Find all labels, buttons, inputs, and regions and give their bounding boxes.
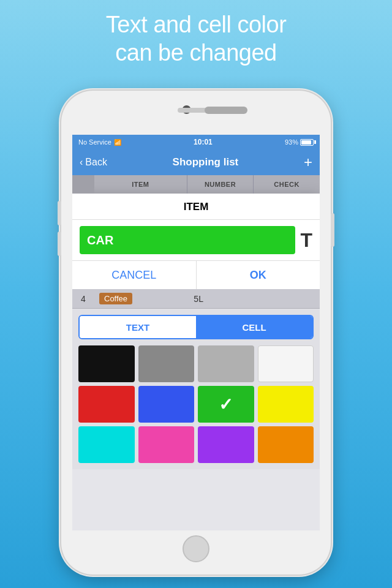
- color-grid: ✓: [78, 345, 314, 463]
- color-swatch[interactable]: [138, 426, 195, 463]
- th-number: NUMBER: [187, 175, 254, 194]
- vol-down-button[interactable]: [58, 232, 61, 256]
- color-swatch[interactable]: [78, 386, 135, 423]
- carrier-label: No Service: [78, 138, 111, 146]
- power-button[interactable]: [331, 213, 334, 247]
- color-swatch[interactable]: [198, 345, 254, 382]
- item-input[interactable]: [80, 226, 295, 254]
- row-quantity: 5L: [189, 289, 259, 308]
- color-swatch[interactable]: [138, 345, 195, 382]
- th-item: ITEM: [94, 175, 187, 194]
- row-check: [259, 289, 320, 308]
- color-swatch[interactable]: [258, 386, 314, 423]
- ok-button[interactable]: OK: [197, 261, 320, 289]
- back-label: Back: [85, 157, 107, 168]
- phone-shell: No Service 📶 10:01 93% ‹ Back Shopping l…: [61, 91, 331, 575]
- time-display: 10:01: [194, 138, 213, 146]
- row-number: 4: [72, 289, 94, 308]
- th-check: CHECK: [254, 175, 320, 194]
- earpiece: [205, 107, 247, 114]
- color-swatch[interactable]: [78, 426, 135, 463]
- battery-icon: [300, 139, 314, 146]
- nav-title: Shopping list: [173, 156, 239, 168]
- vol-up-button[interactable]: [58, 201, 61, 225]
- table-row: 4 Coffee 5L: [72, 289, 320, 309]
- nav-bar: ‹ Back Shopping list +: [72, 149, 320, 175]
- table-header: ITEM NUMBER CHECK: [72, 175, 320, 194]
- back-button[interactable]: ‹ Back: [80, 157, 107, 168]
- color-tabs: TEXT CELL: [78, 315, 314, 339]
- screen: No Service 📶 10:01 93% ‹ Back Shopping l…: [72, 135, 320, 530]
- color-swatch[interactable]: [258, 426, 314, 463]
- home-button[interactable]: [183, 535, 209, 562]
- color-swatch[interactable]: [138, 386, 195, 423]
- dialog-actions: CANCEL OK: [72, 261, 320, 289]
- color-swatch[interactable]: ✓: [198, 386, 254, 423]
- add-button[interactable]: +: [304, 154, 312, 171]
- item-dialog: ITEM T CANCEL OK: [72, 194, 320, 289]
- tab-text[interactable]: TEXT: [80, 316, 196, 338]
- color-picker: TEXT CELL ✓: [72, 309, 320, 469]
- dialog-body: T: [72, 220, 320, 261]
- item-badge: Coffee: [99, 293, 132, 304]
- text-format-button[interactable]: T: [300, 230, 312, 250]
- battery-percent: 93%: [285, 138, 298, 146]
- th-num-spacer: [72, 175, 94, 194]
- color-swatch[interactable]: [198, 426, 254, 463]
- cancel-button[interactable]: CANCEL: [72, 261, 197, 289]
- dialog-title: ITEM: [72, 194, 320, 220]
- color-swatch[interactable]: [78, 345, 135, 382]
- tab-cell[interactable]: CELL: [196, 316, 312, 338]
- row-item: Coffee: [94, 289, 189, 308]
- status-bar: No Service 📶 10:01 93%: [72, 135, 320, 149]
- color-swatch[interactable]: [258, 345, 314, 382]
- wifi-icon: 📶: [114, 139, 121, 146]
- promo-text: Text and cell color can be changed: [0, 11, 392, 67]
- back-chevron-icon: ‹: [80, 157, 83, 168]
